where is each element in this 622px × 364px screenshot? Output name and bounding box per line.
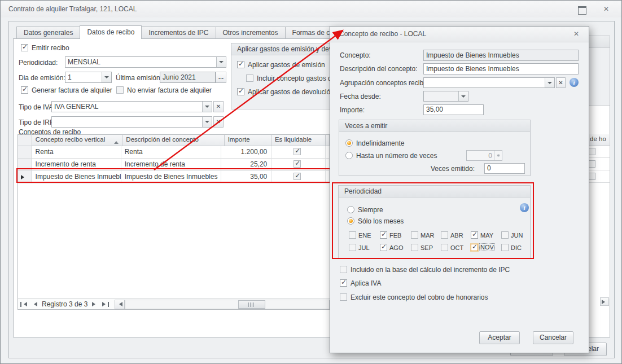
chevron-down-icon[interactable] [545, 78, 554, 87]
aplica-iva-checkbox[interactable] [340, 279, 347, 287]
spin-down-icon[interactable] [497, 155, 500, 159]
chevron-down-icon[interactable] [202, 117, 212, 127]
veces-spinner[interactable]: 0 [466, 150, 502, 161]
row-highlight-annotation [16, 168, 331, 183]
app-window: Contrato de alquiler Trafalgar, 121, LOC… [0, 0, 622, 364]
last-record-button[interactable] [102, 302, 109, 307]
agrupacion-select[interactable] [423, 77, 555, 88]
dialog-close-icon[interactable]: ✕ [573, 30, 579, 37]
hasta-numero-veces-label: Hasta un número de veces [356, 152, 437, 160]
dialog-title-bar: Concepto de recibo - LOCAL ✕ [330, 27, 589, 42]
agrupacion-label: Agrupación conceptos recibo: [340, 79, 429, 87]
indefinidamente-radio[interactable] [345, 139, 353, 147]
tab-incrementos-ipc[interactable]: Incrementos de IPC [141, 27, 216, 39]
veces-emitido-field: 0 [484, 163, 525, 174]
incluir-concepto-gastos-label: Incluir concepto gastos de e [257, 74, 341, 82]
dia-emision-label: Dia de emisión: [19, 74, 65, 82]
info-icon[interactable]: i [570, 78, 579, 87]
window-title: Contrato de alquiler Trafalgar, 121, LOC… [8, 5, 137, 13]
right-groupbox-fragment [588, 36, 610, 106]
aceptar-button[interactable]: Aceptar [479, 331, 520, 344]
chevron-down-icon[interactable] [216, 57, 226, 67]
aplicar-gastos-emision-checkbox[interactable] [237, 61, 244, 68]
hasta-numero-veces-radio[interactable] [345, 152, 353, 159]
descripcion-label: Descripción del concepto: [340, 65, 417, 73]
periodicidad-label: Periodicidad: [19, 59, 58, 67]
concepto-field: Impuesto de Bienes Inmuebles [423, 50, 579, 61]
horizontal-scrollbar[interactable] [125, 300, 330, 309]
column-header-concepto[interactable]: Concepto recibo vertical [32, 135, 123, 146]
veces-emitido-label: Veces emitido: [431, 165, 475, 173]
agrupacion-clear-icon[interactable]: ✕ [556, 77, 566, 88]
tab-datos-de-recibo[interactable]: Datos de recibo [80, 25, 142, 39]
scrollbar-thumb[interactable] [238, 300, 265, 309]
right-grid-column-header: de ho [586, 134, 610, 146]
es-liquidable-checkbox[interactable] [294, 160, 301, 168]
column-header-fe[interactable]: Fe [326, 135, 330, 146]
importe-label: Importe: [340, 106, 365, 114]
dia-emision-select[interactable]: 1 [65, 72, 112, 83]
tipo-iva-clear-icon[interactable]: ✕ [213, 101, 224, 112]
column-header-es-liquidable[interactable]: Es liquidable [271, 135, 326, 146]
aplica-iva-label: Aplica IVA [351, 279, 381, 287]
tipo-irpf-select[interactable] [51, 116, 212, 128]
concepto-label: Concepto: [340, 51, 371, 59]
tipo-iva-select[interactable]: IVA GENERAL [51, 101, 212, 112]
tab-datos-generales[interactable]: Datos generales [16, 27, 80, 39]
right-grid-body [586, 146, 610, 299]
grid-header-row: Concepto recibo vertical Descripción del… [18, 135, 330, 146]
column-header-descripcion[interactable]: Descripción del concepto [122, 135, 224, 146]
tipo-irpf-clear-icon[interactable]: ✕ [213, 116, 224, 128]
importe-field[interactable]: 35,00 [423, 104, 484, 115]
excluir-honorarios-label: Excluir este concepto del cobro de honor… [351, 293, 488, 301]
chevron-down-icon[interactable] [102, 72, 111, 82]
emitir-recibo-label: Emitir recibo [32, 44, 69, 52]
grid-navigator: Registro 3 de 3 [18, 299, 330, 309]
sort-asc-icon [114, 139, 119, 144]
prev-record-button[interactable] [32, 302, 37, 306]
chevron-down-icon[interactable] [458, 91, 468, 101]
table-row[interactable]: Renta Renta 1.200,00 [18, 146, 330, 159]
generar-factura-label: Generar factura de alquiler [32, 86, 112, 94]
incluido-ipc-label: Incluido en la base del cálculo del incr… [351, 266, 510, 274]
dialog-title: Concepto de recibo - LOCAL [339, 30, 426, 38]
incluido-ipc-checkbox[interactable] [340, 266, 347, 273]
no-enviar-factura-label: No enviar factura de alquiler [127, 86, 212, 94]
restore-icon[interactable] [578, 6, 586, 15]
ultima-emision-field: Junio 2021 [160, 72, 216, 83]
ultima-emision-ellipsis-button[interactable]: … [216, 72, 226, 83]
tab-otros-incrementos[interactable]: Otros incrementos [216, 27, 286, 39]
next-record-button[interactable] [92, 302, 98, 306]
aplicar-gastos-emision-label: Aplicar gastos de emisión [248, 61, 325, 69]
emitir-recibo-checkbox[interactable] [21, 44, 28, 51]
scroll-right-button[interactable] [600, 297, 609, 306]
scroll-left-button[interactable] [115, 300, 125, 309]
ultima-emision-label: Última emisión: [116, 74, 162, 82]
aplicar-gastos-devolucion-checkbox[interactable] [237, 88, 244, 95]
indefinidamente-label: Indefinidamente [356, 139, 404, 147]
tipo-iva-label: Tipo de IVA: [19, 103, 55, 111]
close-icon[interactable]: ✕ [603, 6, 609, 12]
veces-a-emitir-title: Veces a emitir [339, 120, 530, 132]
cancelar-button[interactable]: Cancelar [533, 331, 573, 344]
column-header-importe[interactable]: Importe [225, 135, 271, 146]
first-record-button[interactable] [20, 302, 27, 307]
fecha-desde-label: Fecha desde: [340, 93, 381, 100]
incluir-concepto-gastos-checkbox[interactable] [246, 74, 253, 82]
periodicidad-select[interactable]: MENSUAL [65, 56, 226, 68]
no-enviar-factura-checkbox[interactable] [116, 86, 124, 94]
fecha-desde-select[interactable] [423, 91, 468, 102]
periodicidad-highlight-annotation [332, 182, 534, 259]
excluir-honorarios-checkbox[interactable] [340, 293, 347, 301]
conceptos-grid: Concepto recibo vertical Descripción del… [17, 134, 330, 310]
chevron-down-icon[interactable] [202, 102, 212, 112]
veces-a-emitir-groupbox: Veces a emitir Indefinidamente Hasta un … [339, 120, 531, 176]
es-liquidable-checkbox[interactable] [294, 148, 301, 155]
aplicar-gastos-devolucion-label: Aplicar gastos de devolución [248, 88, 334, 96]
generar-factura-checkbox[interactable] [21, 86, 28, 94]
record-count-label: Registro 3 de 3 [42, 300, 87, 308]
descripcion-field[interactable]: Impuesto de Bienes Inmuebles [423, 63, 579, 74]
